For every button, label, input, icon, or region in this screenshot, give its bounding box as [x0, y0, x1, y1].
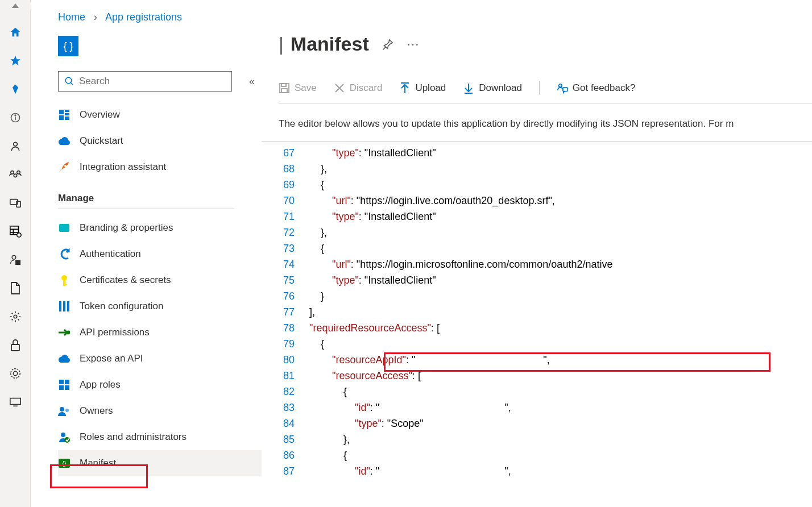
- sidebar-menu: Overview Quickstart Integration assistan…: [31, 92, 262, 476]
- svg-rect-33: [63, 284, 67, 285]
- groups-icon[interactable]: [9, 168, 22, 181]
- svg-point-13: [16, 233, 20, 237]
- search-box[interactable]: [58, 71, 232, 92]
- search-input[interactable]: [79, 76, 226, 87]
- sidebar-item-overview[interactable]: Overview: [58, 102, 262, 128]
- svg-point-29: [64, 165, 67, 167]
- sidebar-item-integration[interactable]: Integration assistant: [58, 154, 262, 180]
- toolbar: Save Discard Upload Download Got feedbac…: [279, 81, 812, 103]
- sidebar-item-quickstart[interactable]: Quickstart: [58, 128, 262, 154]
- save-button[interactable]: Save: [279, 82, 317, 94]
- user-icon[interactable]: [9, 140, 22, 152]
- svg-rect-28: [65, 117, 69, 120]
- roles-icon: [58, 431, 71, 443]
- svg-point-38: [67, 331, 69, 334]
- svg-rect-39: [59, 380, 64, 384]
- title-separator: |: [279, 33, 284, 55]
- svg-point-45: [61, 433, 65, 437]
- breadcrumb: Home › App registrations: [31, 0, 262, 23]
- sidebar-label: Authentication: [80, 248, 141, 260]
- sidebar-item-authentication[interactable]: Authentication: [58, 241, 262, 267]
- sidebar-item-manifest[interactable]: {} Manifest: [58, 450, 262, 476]
- collapse-sidebar-button[interactable]: «: [249, 76, 255, 88]
- svg-point-19: [13, 371, 17, 375]
- svg-rect-30: [59, 224, 69, 232]
- sidebar-item-app-roles[interactable]: App roles: [58, 372, 262, 398]
- svg-point-44: [65, 409, 69, 412]
- monitor-icon[interactable]: [9, 396, 22, 408]
- rail-scroll-up[interactable]: [0, 2, 31, 10]
- manifest-icon: {}: [58, 457, 71, 469]
- upload-button[interactable]: Upload: [399, 82, 446, 94]
- breadcrumb-home[interactable]: Home: [58, 11, 85, 23]
- svg-rect-34: [59, 301, 61, 311]
- page-title: Manifest: [291, 33, 369, 55]
- download-button[interactable]: Download: [463, 82, 522, 94]
- breadcrumb-appreg[interactable]: App registrations: [105, 11, 182, 23]
- star-icon[interactable]: [9, 55, 22, 67]
- sidebar-item-branding[interactable]: Branding & properties: [58, 215, 262, 241]
- security-icon[interactable]: [9, 367, 22, 380]
- svg-line-23: [71, 82, 73, 85]
- sidebar-label: Expose an API: [80, 353, 143, 364]
- line-gutter: 6768697071727374757677787980818283848586…: [270, 142, 295, 479]
- code-area[interactable]: "type": "InstalledClient" }, { "url": "h…: [298, 145, 812, 479]
- feedback-icon: [557, 82, 568, 94]
- sidebar-panel: Home › App registrations { } « Overview …: [31, 0, 262, 507]
- sidebar-label: API permissions: [80, 327, 150, 338]
- sidebar-item-owners[interactable]: Owners: [58, 398, 262, 424]
- info-icon[interactable]: [9, 111, 22, 124]
- svg-point-2: [15, 115, 16, 116]
- devices-icon[interactable]: [9, 197, 22, 209]
- feedback-button[interactable]: Got feedback?: [557, 82, 636, 94]
- toolbar-label: Upload: [415, 82, 446, 94]
- svg-point-18: [10, 369, 20, 379]
- sidebar-item-expose-api[interactable]: Expose an API: [58, 346, 262, 372]
- sidebar-label: Owners: [80, 405, 113, 417]
- svg-rect-59: [563, 88, 567, 91]
- more-icon[interactable]: ⋯: [407, 37, 420, 52]
- lock-icon[interactable]: [9, 339, 22, 351]
- svg-rect-27: [59, 115, 64, 120]
- svg-point-43: [60, 407, 64, 412]
- expose-icon: [58, 352, 71, 365]
- toolbar-label: Got feedback?: [573, 82, 636, 94]
- sidebar-label: Integration assistant: [80, 161, 166, 173]
- svg-point-6: [14, 174, 17, 177]
- identity-icon[interactable]: [9, 254, 22, 266]
- svg-rect-50: [281, 84, 286, 86]
- auth-icon: [58, 248, 71, 260]
- key-icon: [58, 274, 71, 286]
- svg-rect-25: [65, 110, 69, 112]
- home-icon[interactable]: [9, 26, 22, 39]
- main-content: | Manifest ⋯ Save Discard Upload Downloa…: [262, 0, 812, 507]
- sidebar-item-token[interactable]: Token configuration: [58, 293, 262, 319]
- gear-icon[interactable]: [9, 310, 22, 323]
- json-editor[interactable]: 6768697071727374757677787980818283848586…: [262, 141, 812, 142]
- overview-icon: [58, 109, 71, 121]
- sidebar-item-roles[interactable]: Roles and administrators: [58, 424, 262, 450]
- svg-rect-15: [15, 260, 20, 265]
- svg-point-46: [64, 437, 70, 443]
- sidebar-section-manage: Manage: [58, 180, 234, 209]
- sidebar-label: Certificates & secrets: [80, 275, 171, 286]
- svg-rect-41: [59, 385, 64, 390]
- search-icon: [64, 76, 74, 86]
- appreg-icon[interactable]: [9, 225, 22, 238]
- svg-rect-36: [67, 301, 69, 311]
- discard-button[interactable]: Discard: [334, 82, 383, 94]
- token-icon: [58, 300, 71, 313]
- sidebar-item-api-permissions[interactable]: API permissions: [58, 319, 262, 346]
- document-icon[interactable]: [9, 282, 22, 294]
- pin-icon[interactable]: [382, 38, 394, 51]
- svg-point-31: [61, 275, 67, 281]
- sidebar-label: Roles and administrators: [80, 431, 187, 443]
- diamond-icon[interactable]: [9, 83, 22, 95]
- upload-icon: [399, 82, 411, 94]
- toolbar-label: Download: [479, 82, 522, 94]
- chevron-right-icon: ›: [94, 11, 97, 23]
- svg-point-4: [10, 171, 14, 174]
- svg-rect-35: [63, 301, 65, 311]
- svg-point-3: [13, 142, 17, 146]
- sidebar-item-certificates[interactable]: Certificates & secrets: [58, 267, 262, 293]
